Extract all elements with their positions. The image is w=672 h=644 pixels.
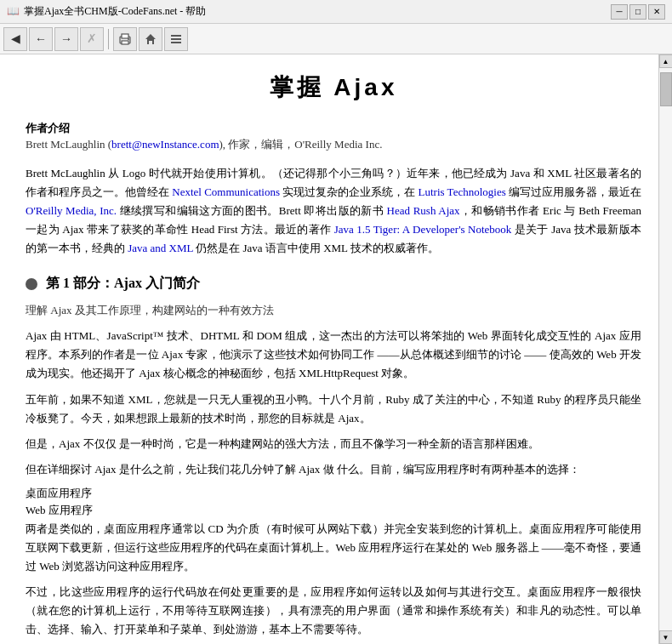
close-button[interactable]: ✕ bbox=[648, 4, 665, 20]
svg-rect-5 bbox=[171, 35, 181, 37]
section1-para6: 不过，比这些应用程序的运行代码放在何处更重要的是，应用程序如何运转以及如何与其进… bbox=[26, 583, 641, 639]
section1-heading: 第 1 部分：Ajax 入门简介 bbox=[26, 275, 641, 293]
scroll-up-button[interactable]: ▲ bbox=[659, 54, 673, 68]
title-bar-text: 掌握Ajax全书CHM版-CodeFans.net - 帮助 bbox=[24, 4, 611, 19]
author-company: ), 作家，编辑，O'Reilly Media Inc. bbox=[219, 138, 383, 151]
svg-rect-2 bbox=[122, 41, 128, 44]
toolbar: ◀ ← → ✗ bbox=[0, 24, 672, 54]
home-button[interactable] bbox=[139, 27, 162, 51]
options-button[interactable] bbox=[164, 27, 188, 51]
print-icon bbox=[118, 32, 132, 46]
section1-heading-text: 第 1 部分：Ajax 入门简介 bbox=[46, 275, 200, 293]
app-icon: 📖 bbox=[7, 5, 20, 18]
back-button[interactable]: ◀ bbox=[3, 27, 27, 51]
scroll-down-button[interactable]: ▼ bbox=[659, 630, 673, 644]
section1-list-item2: Web 应用程序 bbox=[26, 503, 641, 518]
section1-para3: 但是，Ajax 不仅仅 是一种时尚，它是一种构建网站的强大方法，而且不像学习一种… bbox=[26, 435, 641, 453]
maximize-button[interactable]: □ bbox=[629, 4, 646, 20]
print-button[interactable] bbox=[113, 27, 137, 51]
author-label: 作者介绍 bbox=[26, 121, 641, 136]
author-bio: Brett McLaughlin 从 Logo 时代就开始使用计算机。（还记得那… bbox=[26, 164, 641, 258]
author-line1: Brett McLaughlin (brett@newInstance.com)… bbox=[26, 136, 641, 154]
svg-point-3 bbox=[128, 38, 129, 40]
main-content[interactable]: 掌握 Ajax 作者介绍 Brett McLaughlin (brett@new… bbox=[0, 54, 658, 644]
section1-para2: 五年前，如果不知道 XML，您就是一只无人重视的丑小鸭。十八个月前，Ruby 成… bbox=[26, 390, 641, 428]
svg-rect-7 bbox=[171, 42, 181, 43]
scrollbar-track[interactable] bbox=[660, 68, 672, 630]
head-first-text: Head First bbox=[191, 223, 238, 236]
minimize-button[interactable]: ─ bbox=[611, 4, 628, 20]
stop-button[interactable]: ✗ bbox=[80, 27, 104, 51]
section1-para4: 但在详细探讨 Ajax 是什么之前，先让我们花几分钟了解 Ajax 做 什么。目… bbox=[26, 460, 641, 479]
author-email[interactable]: brett@newInstance.com bbox=[111, 138, 219, 151]
author-section: 作者介绍 Brett McLaughlin (brett@newInstance… bbox=[26, 121, 641, 154]
section1-para1: Ajax 由 HTML、JavaScript™ 技术、DHTML 和 DOM 组… bbox=[26, 327, 641, 383]
home-icon bbox=[144, 32, 157, 46]
section1-para5: 两者是类似的，桌面应用程序通常以 CD 为介质（有时候可从网站下载）并完全安装到… bbox=[26, 520, 641, 576]
section1-list-item1: 桌面应用程序 bbox=[26, 486, 641, 501]
page-title: 掌握 Ajax bbox=[26, 71, 641, 104]
svg-rect-6 bbox=[171, 38, 181, 40]
section1-subtitle: 理解 Ajax 及其工作原理，构建网站的一种有效方法 bbox=[26, 303, 641, 318]
svg-marker-4 bbox=[145, 34, 156, 44]
scrollbar-thumb[interactable] bbox=[660, 72, 672, 106]
prev-button[interactable]: ← bbox=[29, 27, 53, 51]
section-bullet bbox=[26, 278, 37, 290]
toolbar-separator-1 bbox=[108, 29, 109, 49]
content-area: 掌握 Ajax 作者介绍 Brett McLaughlin (brett@new… bbox=[0, 54, 672, 644]
scrollbar[interactable]: ▲ ▼ bbox=[658, 54, 672, 644]
title-bar: 📖 掌握Ajax全书CHM版-CodeFans.net - 帮助 ─ □ ✕ bbox=[0, 0, 672, 24]
title-bar-buttons[interactable]: ─ □ ✕ bbox=[611, 4, 665, 20]
author-name: Brett McLaughlin ( bbox=[26, 138, 111, 151]
next-button[interactable]: → bbox=[54, 27, 78, 51]
options-icon bbox=[169, 32, 183, 46]
svg-rect-1 bbox=[122, 34, 128, 38]
